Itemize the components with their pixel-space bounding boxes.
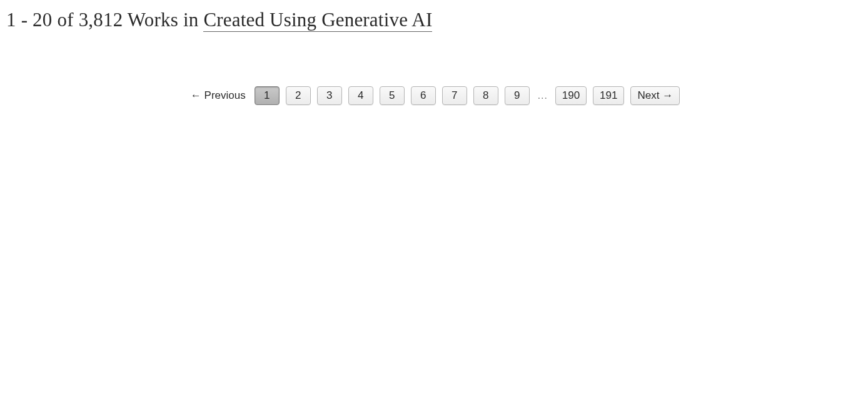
prev-disabled: ← Previous xyxy=(188,89,248,102)
page-5-link[interactable]: 5 xyxy=(380,86,405,105)
page-heading: 1 - 20 of 3,812 Works in Created Using G… xyxy=(6,9,862,31)
page-190-link[interactable]: 190 xyxy=(555,86,587,105)
page-191-link[interactable]: 191 xyxy=(593,86,624,105)
page-2-link[interactable]: 2 xyxy=(286,86,311,105)
page-8-link[interactable]: 8 xyxy=(473,86,498,105)
page-3-link[interactable]: 3 xyxy=(317,86,342,105)
works-range: 1 - 20 of 3,812 Works in xyxy=(6,9,203,31)
page-9-link[interactable]: 9 xyxy=(505,86,530,105)
page-4-link[interactable]: 4 xyxy=(348,86,373,105)
next-link[interactable]: Next → xyxy=(630,86,680,105)
pagination: ← Previous 1 2 3 4 5 6 7 8 9 … 190 191 N… xyxy=(6,86,862,105)
page-6-link[interactable]: 6 xyxy=(411,86,436,105)
page-7-link[interactable]: 7 xyxy=(442,86,467,105)
page-1-current: 1 xyxy=(255,86,280,105)
pagination-gap: … xyxy=(536,89,549,102)
tag-link[interactable]: Created Using Generative AI xyxy=(203,9,432,32)
